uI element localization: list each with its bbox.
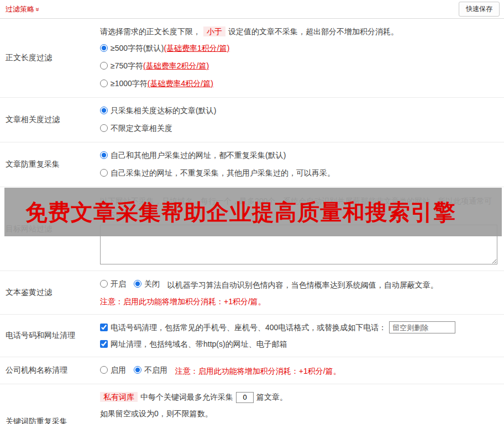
option-label: 只采集相关度达标的文章(默认) <box>111 102 216 119</box>
checkbox-url-cleanup[interactable] <box>100 340 108 348</box>
radio-company-on[interactable] <box>100 366 108 374</box>
page-title[interactable]: 过滤策略 » <box>6 4 40 14</box>
row-label-porn-detection: 文本鉴黄过滤 <box>0 271 97 314</box>
private-lexicon-highlight: 私有词库 <box>100 392 138 402</box>
row-content-body-length: 请选择需求的正文长度下限，小于设定值的文章不采集，超出部分不增加积分消耗。 ≥5… <box>97 19 504 97</box>
option-label: 启用 <box>111 362 126 378</box>
radio-porn-on[interactable] <box>100 280 108 288</box>
row-content-company-cleanup: 启用 不启用 注意：启用此功能将增加积分消耗：+1积分/篇。 <box>97 357 504 384</box>
row-keyword-dedupe: 关键词防重复采集 私有词库中每个关键词最多允许采集篇文章。 如果留空或设为0，则… <box>0 384 504 424</box>
row-phone-url-cleanup: 电话号码和网址清理 电话号码清理，包括常见的手机号、座机号、400电话格式，或替… <box>0 315 504 357</box>
row-label-phone-cleanup: 电话号码和网址清理 <box>0 315 97 357</box>
option-row: ≥1000字符 (基础费率4积分/篇) <box>100 75 497 93</box>
option-note: (基础费率2积分/篇) <box>143 57 209 74</box>
option-row: ≥750字符 (基础费率2积分/篇) <box>100 57 497 75</box>
quick-save-button[interactable]: 快速保存 <box>459 2 500 17</box>
option-note: (基础费率1积分/篇) <box>164 40 229 56</box>
row-body-length-filter: 正文长度过滤 请选择需求的正文长度下限，小于设定值的文章不采集，超出部分不增加积… <box>0 19 504 98</box>
option-label: 关闭 <box>144 275 160 292</box>
option-row: 开启 关闭 以机器学习算法自动识别色情内容，当色情概率达到系统阈值，自动屏蔽文章… <box>100 275 497 293</box>
checkbox-option-url-cleanup[interactable]: 网址清理，包括纯域名、带http(s)的网址、电子邮箱 <box>100 336 497 352</box>
radio-company-off[interactable] <box>134 366 141 374</box>
row-label-relevance: 文章相关度过滤 <box>0 98 97 142</box>
radio-option-dedupe-all-users[interactable]: 自己和其他用户采集过的网址，都不重复采集(默认) <box>100 147 286 163</box>
option-label: ≥1000字符 <box>111 75 148 92</box>
radio-1000-chars[interactable] <box>100 80 108 87</box>
radio-option-company-on[interactable]: 启用 <box>100 362 126 378</box>
radio-porn-off[interactable] <box>134 280 141 288</box>
company-cleanup-cost-note: 注意：启用此功能将增加积分消耗：+1积分/篇。 <box>175 367 341 375</box>
radio-option-porn-on[interactable]: 开启 <box>100 275 126 292</box>
option-label: 电话号码清理，包括常见的手机号、座机号、400电话格式，或替换成如下电话： <box>111 319 386 336</box>
radio-option-relevance-default[interactable]: 只采集相关度达标的文章(默认) <box>100 102 216 119</box>
radio-option-relevance-any[interactable]: 不限定文章相关度 <box>100 120 172 136</box>
radio-500-chars[interactable] <box>100 44 108 52</box>
option-label: ≥500字符(默认) <box>111 40 164 56</box>
option-row: 启用 不启用 注意：启用此功能将增加积分消耗：+1积分/篇。 <box>100 362 497 379</box>
radio-option-porn-off[interactable]: 关闭 <box>134 275 160 292</box>
option-row: 自己和其他用户采集过的网址，都不重复采集(默认) <box>100 147 497 165</box>
desc-pre: 请选择需求的正文长度下限， <box>100 27 201 36</box>
header: 过滤策略 » 快速保存 <box>0 0 504 19</box>
option-note: (基础费率4积分/篇) <box>148 75 213 92</box>
chevron-down-icon: » <box>34 7 41 11</box>
row-content-porn-detection: 开启 关闭 以机器学习算法自动识别色情内容，当色情概率达到系统阈值，自动屏蔽文章… <box>97 271 504 314</box>
row-dedupe-collection: 文章防重复采集 自己和其他用户采集过的网址，都不重复采集(默认) 自己采集过的网… <box>0 142 504 187</box>
desc-highlight-lessthan: 小于 <box>203 26 225 36</box>
keyword-limit-text: 中每个关键词最多允许采集 <box>140 393 233 401</box>
option-row: 只采集相关度达标的文章(默认) <box>100 102 497 120</box>
option-row: ≥500字符(默认) (基础费率1积分/篇) <box>100 40 497 57</box>
page-title-text: 过滤策略 <box>6 4 34 14</box>
row-content-relevance: 只采集相关度达标的文章(默认) 不限定文章相关度 <box>97 98 504 142</box>
keyword-note-cost: 如果设为1-4篇，则增加积分消耗：+2积分/篇。 <box>100 422 497 424</box>
radio-750-chars[interactable] <box>100 62 108 70</box>
row-content-dedupe: 自己和其他用户采集过的网址，都不重复采集(默认) 自己采集过的网址，不重复采集，… <box>97 142 504 187</box>
row-label-company-cleanup: 公司机构名称清理 <box>0 357 97 384</box>
filter-strategy-page: 过滤策略 » 快速保存 正文长度过滤 请选择需求的正文长度下限，小于设定值的文章… <box>0 0 504 424</box>
option-label: ≥750字符 <box>111 57 143 74</box>
checkbox-option-phone-cleanup[interactable]: 电话号码清理，包括常见的手机号、座机号、400电话格式，或替换成如下电话： <box>100 319 497 336</box>
option-label: 自己采集过的网址，不重复采集，其他用户采集过的，可以再采。 <box>111 165 335 181</box>
row-relevance-filter: 文章相关度过滤 只采集相关度达标的文章(默认) 不限定文章相关度 <box>0 98 504 142</box>
radio-dedupe-self-only[interactable] <box>100 169 108 177</box>
option-row: 不限定文章相关度 <box>100 120 497 137</box>
keyword-limit-input[interactable] <box>236 392 254 403</box>
row-content-keyword-dedupe: 私有词库中每个关键词最多允许采集篇文章。 如果留空或设为0，则不限篇数。 如果设… <box>97 384 504 424</box>
body-length-description: 请选择需求的正文长度下限，小于设定值的文章不采集，超出部分不增加积分消耗。 <box>100 23 497 40</box>
radio-option-company-off[interactable]: 不启用 <box>134 362 167 378</box>
row-label-dedupe: 文章防重复采集 <box>0 142 97 187</box>
row-company-name-cleanup: 公司机构名称清理 启用 不启用 注意：启用此功能将增加积分消耗：+1积分/篇。 <box>0 357 504 384</box>
option-row: 自己采集过的网址，不重复采集，其他用户采集过的，可以再采。 <box>100 165 497 182</box>
desc-post: 设定值的文章不采集，超出部分不增加积分消耗。 <box>228 27 398 36</box>
row-label-keyword-dedupe: 关键词防重复采集 <box>0 384 97 424</box>
porn-detection-cost-note: 注意：启用此功能将增加积分消耗：+1积分/篇。 <box>100 293 497 310</box>
option-label: 不限定文章相关度 <box>111 120 172 136</box>
row-content-phone-cleanup: 电话号码清理，包括常见的手机号、座机号、400电话格式，或替换成如下电话： 网址… <box>97 315 504 357</box>
replacement-phone-input[interactable] <box>389 321 455 333</box>
option-label: 网址清理，包括纯域名、带http(s)的网址、电子邮箱 <box>111 336 287 352</box>
radio-option-1000-chars[interactable]: ≥1000字符 (基础费率4积分/篇) <box>100 75 213 92</box>
watermark-text: 免费文章采集帮助企业提高质量和搜索引擎 <box>25 197 456 227</box>
option-label: 开启 <box>111 275 126 292</box>
radio-option-dedupe-self-only[interactable]: 自己采集过的网址，不重复采集，其他用户采集过的，可以再采。 <box>100 165 335 181</box>
radio-option-750-chars[interactable]: ≥750字符 (基础费率2积分/篇) <box>100 57 209 74</box>
porn-detection-description: 以机器学习算法自动识别色情内容，当色情概率达到系统阈值，自动屏蔽文章。 <box>167 280 438 289</box>
radio-dedupe-all-users[interactable] <box>100 151 108 159</box>
keyword-note-unlimited: 如果留空或设为0，则不限篇数。 <box>100 405 497 422</box>
checkbox-phone-cleanup[interactable] <box>100 324 108 331</box>
option-label: 自己和其他用户采集过的网址，都不重复采集(默认) <box>111 147 286 163</box>
keyword-limit-line: 私有词库中每个关键词最多允许采集篇文章。 <box>100 389 497 405</box>
watermark-banner: 免费文章采集帮助企业提高质量和搜索引擎 <box>4 188 502 236</box>
option-label: 不启用 <box>144 362 167 378</box>
row-label-body-length: 正文长度过滤 <box>0 19 97 97</box>
row-porn-detection-filter: 文本鉴黄过滤 开启 关闭 以机器学习算法自动识别色情内容，当色情概率达到系统阈值… <box>0 271 504 315</box>
radio-relevance-default[interactable] <box>100 107 108 114</box>
radio-relevance-any[interactable] <box>100 124 108 132</box>
keyword-limit-suffix: 篇文章。 <box>256 393 287 401</box>
radio-option-500-chars[interactable]: ≥500字符(默认) (基础费率1积分/篇) <box>100 40 229 56</box>
